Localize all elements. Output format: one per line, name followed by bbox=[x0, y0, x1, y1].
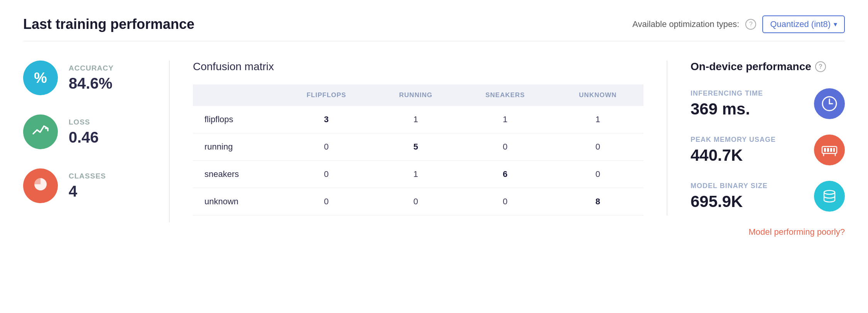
page-container: Last training performance Available opti… bbox=[0, 0, 868, 252]
cell-run-run: 5 bbox=[373, 133, 458, 161]
perf-item-memory: PEAK MEMORY USAGE 440.7K bbox=[691, 135, 845, 165]
cell-unk-run: 0 bbox=[373, 188, 458, 215]
main-content: % ACCURACY 84.6% bbox=[23, 61, 845, 237]
inferencing-info: INFERENCING TIME 369 ms. bbox=[691, 89, 763, 118]
svg-rect-4 bbox=[824, 148, 826, 152]
cell-ff-unk: 1 bbox=[552, 106, 643, 133]
svg-point-10 bbox=[824, 190, 835, 194]
binary-info: MODEL BINARY SIZE 695.9K bbox=[691, 182, 768, 211]
row-label-flipflops: flipflops bbox=[193, 106, 279, 133]
optimization-dropdown[interactable]: Quantized (int8) ▾ bbox=[762, 15, 845, 33]
page-title: Last training performance bbox=[23, 16, 194, 32]
matrix-title: Confusion matrix bbox=[193, 61, 643, 73]
chevron-down-icon: ▾ bbox=[834, 20, 837, 29]
model-poorly-link[interactable]: Model performing poorly? bbox=[749, 227, 845, 237]
ram-icon bbox=[821, 141, 838, 159]
model-poorly-section: Model performing poorly? bbox=[691, 227, 845, 237]
accuracy-label: ACCURACY bbox=[69, 64, 114, 72]
cell-unk-snk: 0 bbox=[458, 188, 552, 215]
cell-snk-run: 1 bbox=[373, 161, 458, 188]
header: Last training performance Available opti… bbox=[23, 15, 845, 41]
classes-icon-circle bbox=[23, 168, 58, 203]
memory-info: PEAK MEMORY USAGE 440.7K bbox=[691, 136, 776, 165]
cell-unk-ff: 0 bbox=[279, 188, 373, 215]
cell-ff-snk: 1 bbox=[458, 106, 552, 133]
perf-item-binary: MODEL BINARY SIZE 695.9K bbox=[691, 181, 845, 212]
svg-rect-7 bbox=[833, 148, 835, 152]
loss-icon-circle bbox=[23, 114, 58, 149]
row-label-unknown: unknown bbox=[193, 188, 279, 215]
table-row: running 0 5 0 0 bbox=[193, 133, 643, 161]
loss-value: 0.46 bbox=[69, 129, 99, 146]
accuracy-value: 84.6% bbox=[69, 75, 114, 92]
binary-value: 695.9K bbox=[691, 192, 768, 211]
help-icon-performance[interactable]: ? bbox=[815, 61, 826, 72]
perf-title-container: On-device performance ? bbox=[691, 61, 845, 73]
optimization-label: Available optimization types: bbox=[632, 19, 739, 29]
svg-rect-6 bbox=[830, 148, 832, 152]
col-header-running: RUNNING bbox=[373, 84, 458, 106]
row-label-running: running bbox=[193, 133, 279, 161]
clock-icon bbox=[821, 95, 838, 112]
table-row: flipflops 3 1 1 1 bbox=[193, 106, 643, 133]
col-header-sneakers: SNEAKERS bbox=[458, 84, 552, 106]
perf-title-text: On-device performance bbox=[691, 61, 811, 73]
confusion-matrix-table: FLIPFLOPS RUNNING SNEAKERS UNKNOWN flipf… bbox=[193, 84, 643, 215]
accuracy-info: ACCURACY 84.6% bbox=[69, 64, 114, 92]
database-icon-circle bbox=[814, 181, 845, 212]
pie-chart-icon bbox=[31, 175, 50, 197]
chart-icon bbox=[32, 121, 49, 143]
dropdown-label: Quantized (int8) bbox=[770, 19, 831, 29]
matrix-panel: Confusion matrix FLIPFLOPS RUNNING SNEAK… bbox=[170, 61, 667, 215]
memory-label: PEAK MEMORY USAGE bbox=[691, 136, 776, 144]
cell-unk-unk: 8 bbox=[552, 188, 643, 215]
stat-item-loss: LOSS 0.46 bbox=[23, 114, 154, 149]
loss-info: LOSS 0.46 bbox=[69, 118, 99, 146]
svg-rect-5 bbox=[827, 148, 829, 152]
row-label-sneakers: sneakers bbox=[193, 161, 279, 188]
stats-panel: % ACCURACY 84.6% bbox=[23, 61, 170, 222]
table-row: unknown 0 0 0 8 bbox=[193, 188, 643, 215]
ram-icon-circle bbox=[814, 135, 845, 165]
classes-label: CLASSES bbox=[69, 172, 106, 180]
col-header-empty bbox=[193, 84, 279, 106]
database-icon bbox=[821, 187, 838, 205]
table-row: sneakers 0 1 6 0 bbox=[193, 161, 643, 188]
loss-label: LOSS bbox=[69, 118, 99, 126]
cell-ff-ff: 3 bbox=[279, 106, 373, 133]
percent-icon: % bbox=[34, 70, 47, 86]
perf-item-inferencing: INFERENCING TIME 369 ms. bbox=[691, 88, 845, 119]
cell-run-unk: 0 bbox=[552, 133, 643, 161]
classes-value: 4 bbox=[69, 183, 106, 200]
table-header-row: FLIPFLOPS RUNNING SNEAKERS UNKNOWN bbox=[193, 84, 643, 106]
memory-value: 440.7K bbox=[691, 146, 776, 165]
col-header-flipflops: FLIPFLOPS bbox=[279, 84, 373, 106]
binary-label: MODEL BINARY SIZE bbox=[691, 182, 768, 190]
accuracy-icon: % bbox=[23, 61, 58, 95]
header-right: Available optimization types: ? Quantize… bbox=[632, 15, 845, 33]
inferencing-value: 369 ms. bbox=[691, 100, 763, 118]
classes-info: CLASSES 4 bbox=[69, 172, 106, 200]
clock-icon-circle bbox=[814, 88, 845, 119]
help-icon-header[interactable]: ? bbox=[745, 19, 756, 30]
inferencing-label: INFERENCING TIME bbox=[691, 89, 763, 98]
cell-snk-snk: 6 bbox=[458, 161, 552, 188]
cell-run-snk: 0 bbox=[458, 133, 552, 161]
stat-item-accuracy: % ACCURACY 84.6% bbox=[23, 61, 154, 95]
performance-panel: On-device performance ? INFERENCING TIME… bbox=[667, 61, 845, 237]
col-header-unknown: UNKNOWN bbox=[552, 84, 643, 106]
cell-ff-run: 1 bbox=[373, 106, 458, 133]
cell-run-ff: 0 bbox=[279, 133, 373, 161]
cell-snk-ff: 0 bbox=[279, 161, 373, 188]
stat-item-classes: CLASSES 4 bbox=[23, 168, 154, 203]
cell-snk-unk: 0 bbox=[552, 161, 643, 188]
